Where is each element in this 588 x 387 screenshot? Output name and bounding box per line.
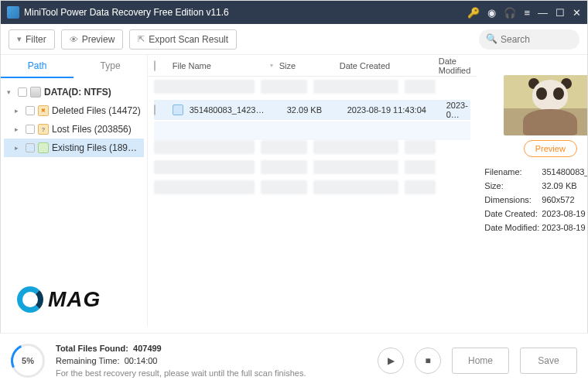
titlebar: MiniTool Power Data Recovery Free Editio… (1, 1, 587, 24)
cell-date-created: 2023-08-19 11:43:04 (347, 105, 440, 115)
checkbox[interactable] (26, 143, 35, 152)
checkbox[interactable] (26, 125, 35, 134)
table-row (154, 140, 471, 154)
tree-item-label: Deleted Files (14472) (52, 105, 141, 116)
folder-existing-icon (38, 142, 49, 153)
stop-button[interactable]: ■ (415, 348, 441, 374)
disk-icon (30, 87, 41, 98)
play-icon: ▶ (388, 355, 395, 366)
key-icon[interactable]: 🔑 (467, 7, 480, 19)
table-row (154, 180, 471, 194)
chevron-right-icon[interactable]: ▸ (15, 107, 22, 115)
menu-icon[interactable]: ≡ (524, 7, 530, 19)
checkbox[interactable] (18, 87, 27, 97)
file-image-icon (173, 104, 183, 115)
checkbox-all[interactable] (154, 60, 156, 71)
sort-caret-icon: ▾ (270, 62, 273, 69)
col-filename[interactable]: File Name▾ (173, 61, 273, 70)
col-date-modified[interactable]: Date Modified (439, 57, 471, 75)
export-button[interactable]: ⇱Export Scan Result (129, 29, 237, 50)
chevron-right-icon[interactable]: ▸ (15, 125, 22, 133)
export-icon: ⇱ (138, 34, 145, 44)
preview-thumbnail (504, 75, 588, 135)
cell-size: 32.09 KB (287, 105, 341, 115)
progress-text: Total Files Found: 407499 Remaining Time… (56, 342, 306, 379)
footer: 5% Total Files Found: 407499 Remaining T… (0, 333, 588, 387)
preview-button[interactable]: 👁Preview (61, 29, 124, 50)
search-icon: 🔍 (486, 33, 497, 44)
close-icon[interactable]: ✕ (573, 7, 581, 19)
search-wrap: 🔍 (479, 29, 579, 50)
save-button[interactable]: Save (520, 348, 577, 374)
filter-icon: ▾ (17, 34, 22, 44)
app-title: MiniTool Power Data Recovery Free Editio… (24, 7, 467, 18)
tree-item-deleted[interactable]: ▸ Deleted Files (14472) (4, 101, 144, 120)
eye-icon: 👁 (70, 35, 78, 44)
stop-icon: ■ (425, 355, 430, 366)
folder-deleted-icon (38, 105, 49, 116)
table-row-selected[interactable]: 351480083_1423… 32.09 KB 2023-08-19 11:4… (154, 100, 471, 120)
tab-path[interactable]: Path (1, 55, 74, 78)
checkbox[interactable] (154, 104, 156, 115)
chevron-right-icon[interactable]: ▸ (15, 144, 22, 152)
chevron-down-icon[interactable]: ▾ (7, 88, 15, 96)
tree-item-existing[interactable]: ▸ Existing Files (189… (4, 139, 144, 157)
table-row (154, 160, 471, 174)
file-metadata: Filename:351480083_142346 Size:32.09 KB … (484, 165, 588, 235)
disc-icon[interactable]: ◉ (487, 7, 496, 19)
filter-button[interactable]: ▾Filter (9, 29, 55, 50)
table-row (154, 122, 471, 140)
maximize-icon[interactable]: ☐ (556, 7, 565, 19)
preview-panel: × Preview Filename:351480083_142346 Size… (477, 55, 588, 326)
table-row (154, 80, 471, 94)
tree-root[interactable]: ▾ DATA(D: NTFS) (4, 83, 144, 101)
tree-root-label: DATA(D: NTFS) (44, 87, 111, 98)
tree: ▾ DATA(D: NTFS) ▸ Deleted Files (14472) … (1, 78, 147, 162)
folder-lost-icon (38, 124, 49, 135)
play-button[interactable]: ▶ (378, 348, 404, 374)
logo-icon (17, 286, 43, 313)
tree-item-lost[interactable]: ▸ Lost Files (203856) (4, 120, 144, 139)
app-icon (7, 6, 19, 19)
headset-icon[interactable]: 🎧 (504, 7, 516, 19)
tree-item-label: Existing Files (189… (52, 142, 137, 153)
cell-filename: 351480083_1423… (190, 105, 281, 115)
cell-date-modified: 2023-0… (446, 101, 471, 119)
toolbar: ▾Filter 👁Preview ⇱Export Scan Result 🔍 (1, 24, 587, 55)
home-button[interactable]: Home (452, 348, 509, 374)
minimize-icon[interactable]: — (538, 7, 548, 19)
tree-item-label: Lost Files (203856) (52, 124, 132, 135)
progress-ring: 5% (11, 344, 45, 378)
file-table: File Name▾ Size Date Created Date Modifi… (148, 55, 477, 326)
col-date-created[interactable]: Date Created (340, 61, 432, 70)
sidebar: Path Type ▾ DATA(D: NTFS) ▸ Deleted File… (1, 55, 148, 326)
checkbox[interactable] (26, 106, 35, 115)
tab-type[interactable]: Type (74, 55, 146, 78)
preview-file-button[interactable]: Preview (524, 140, 577, 157)
watermark-logo: MAG (17, 286, 101, 313)
col-size[interactable]: Size (279, 61, 333, 70)
